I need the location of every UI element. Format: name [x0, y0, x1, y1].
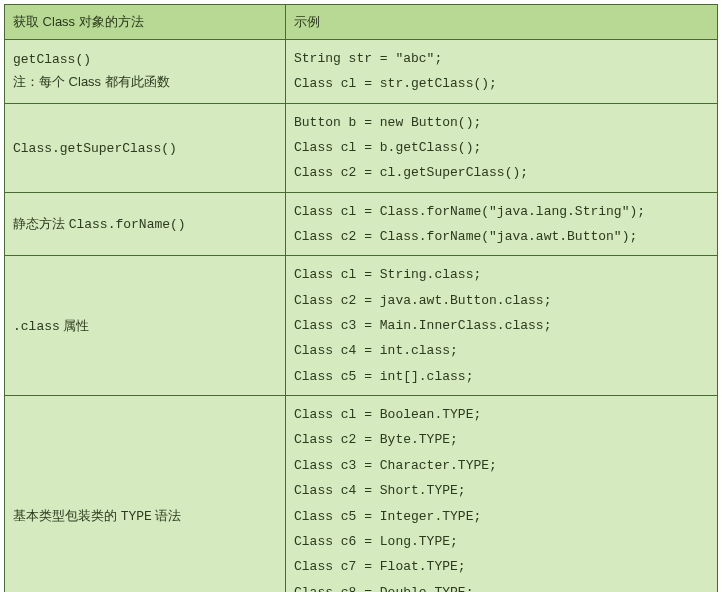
table-row: 静态方法 Class.forName() Class cl = Class.fo…: [5, 192, 718, 256]
table-row: .class 属性 Class cl = String.class; Class…: [5, 256, 718, 396]
header-method: 获取 Class 对象的方法: [5, 5, 286, 40]
header-example: 示例: [286, 5, 718, 40]
header-row: 获取 Class 对象的方法 示例: [5, 5, 718, 40]
table-row: getClass()注：每个 Class 都有此函数 String str = …: [5, 40, 718, 104]
example-cell: Button b = new Button(); Class cl = b.ge…: [286, 103, 718, 192]
example-cell: String str = "abc"; Class cl = str.getCl…: [286, 40, 718, 104]
example-cell: Class cl = Class.forName("java.lang.Stri…: [286, 192, 718, 256]
table-row: 基本类型包装类的 TYPE 语法 Class cl = Boolean.TYPE…: [5, 396, 718, 592]
method-cell: Class.getSuperClass(): [5, 103, 286, 192]
example-cell: Class cl = Boolean.TYPE; Class c2 = Byte…: [286, 396, 718, 592]
method-cell: 静态方法 Class.forName(): [5, 192, 286, 256]
method-cell: .class 属性: [5, 256, 286, 396]
method-cell: getClass()注：每个 Class 都有此函数: [5, 40, 286, 104]
example-cell: Class cl = String.class; Class c2 = java…: [286, 256, 718, 396]
method-cell: 基本类型包装类的 TYPE 语法: [5, 396, 286, 592]
class-methods-table: 获取 Class 对象的方法 示例 getClass()注：每个 Class 都…: [4, 4, 718, 592]
table-row: Class.getSuperClass() Button b = new But…: [5, 103, 718, 192]
